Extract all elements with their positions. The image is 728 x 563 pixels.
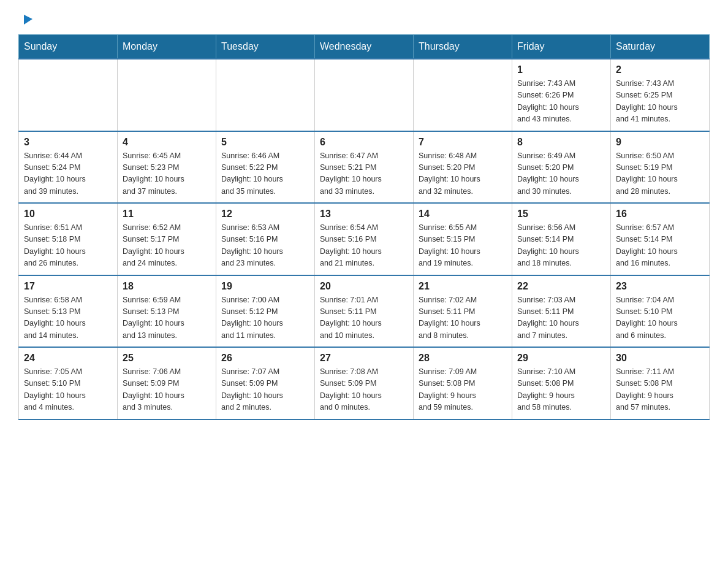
page-header [18, 12, 710, 28]
day-number: 5 [221, 137, 309, 148]
calendar-day-cell: 2Sunrise: 7:43 AM Sunset: 6:25 PM Daylig… [611, 59, 710, 131]
day-info: Sunrise: 6:56 AM Sunset: 5:14 PM Dayligh… [517, 222, 605, 270]
day-info: Sunrise: 7:43 AM Sunset: 6:26 PM Dayligh… [517, 78, 605, 126]
day-number: 17 [24, 281, 112, 292]
day-number: 9 [616, 137, 704, 148]
calendar-week-row: 10Sunrise: 6:51 AM Sunset: 5:18 PM Dayli… [19, 203, 710, 275]
calendar-day-cell: 13Sunrise: 6:54 AM Sunset: 5:16 PM Dayli… [315, 203, 414, 275]
day-number: 4 [123, 137, 211, 148]
day-info: Sunrise: 7:06 AM Sunset: 5:09 PM Dayligh… [123, 366, 211, 414]
calendar-week-row: 24Sunrise: 7:05 AM Sunset: 5:10 PM Dayli… [19, 347, 710, 419]
calendar-day-cell: 24Sunrise: 7:05 AM Sunset: 5:10 PM Dayli… [19, 347, 118, 419]
day-number: 27 [320, 353, 408, 364]
day-number: 10 [24, 209, 112, 220]
day-info: Sunrise: 7:01 AM Sunset: 5:11 PM Dayligh… [320, 294, 408, 342]
calendar-day-cell: 28Sunrise: 7:09 AM Sunset: 5:08 PM Dayli… [414, 347, 512, 419]
day-info: Sunrise: 6:57 AM Sunset: 5:14 PM Dayligh… [616, 222, 704, 270]
calendar-day-cell: 4Sunrise: 6:45 AM Sunset: 5:23 PM Daylig… [118, 131, 216, 204]
day-number: 20 [320, 281, 408, 292]
day-info: Sunrise: 6:59 AM Sunset: 5:13 PM Dayligh… [123, 294, 211, 342]
weekday-header-sunday: Sunday [19, 35, 118, 59]
calendar-day-cell: 5Sunrise: 6:46 AM Sunset: 5:22 PM Daylig… [216, 131, 315, 204]
day-info: Sunrise: 7:07 AM Sunset: 5:09 PM Dayligh… [221, 366, 309, 414]
calendar-day-cell: 18Sunrise: 6:59 AM Sunset: 5:13 PM Dayli… [118, 275, 216, 348]
day-info: Sunrise: 7:00 AM Sunset: 5:12 PM Dayligh… [221, 294, 309, 342]
calendar-day-cell [216, 59, 315, 131]
weekday-header-thursday: Thursday [414, 35, 512, 59]
calendar-week-row: 1Sunrise: 7:43 AM Sunset: 6:26 PM Daylig… [19, 59, 710, 131]
day-info: Sunrise: 7:05 AM Sunset: 5:10 PM Dayligh… [24, 366, 112, 414]
day-info: Sunrise: 7:10 AM Sunset: 5:08 PM Dayligh… [517, 366, 605, 414]
svg-marker-0 [24, 15, 32, 25]
calendar-day-cell: 12Sunrise: 6:53 AM Sunset: 5:16 PM Dayli… [216, 203, 315, 275]
day-info: Sunrise: 7:02 AM Sunset: 5:11 PM Dayligh… [419, 294, 507, 342]
calendar-day-cell: 25Sunrise: 7:06 AM Sunset: 5:09 PM Dayli… [118, 347, 216, 419]
calendar-day-cell [315, 59, 414, 131]
calendar-day-cell: 10Sunrise: 6:51 AM Sunset: 5:18 PM Dayli… [19, 203, 118, 275]
day-number: 6 [320, 137, 408, 148]
calendar-day-cell [19, 59, 118, 131]
calendar-day-cell: 21Sunrise: 7:02 AM Sunset: 5:11 PM Dayli… [414, 275, 512, 348]
day-number: 23 [616, 281, 704, 292]
day-info: Sunrise: 6:54 AM Sunset: 5:16 PM Dayligh… [320, 222, 408, 270]
day-number: 3 [24, 137, 112, 148]
day-number: 7 [419, 137, 507, 148]
calendar-day-cell: 14Sunrise: 6:55 AM Sunset: 5:15 PM Dayli… [414, 203, 512, 275]
day-info: Sunrise: 7:09 AM Sunset: 5:08 PM Dayligh… [419, 366, 507, 414]
weekday-header-monday: Monday [118, 35, 216, 59]
day-info: Sunrise: 7:04 AM Sunset: 5:10 PM Dayligh… [616, 294, 704, 342]
day-info: Sunrise: 6:52 AM Sunset: 5:17 PM Dayligh… [123, 222, 211, 270]
calendar-day-cell: 26Sunrise: 7:07 AM Sunset: 5:09 PM Dayli… [216, 347, 315, 419]
day-number: 12 [221, 209, 309, 220]
day-info: Sunrise: 7:08 AM Sunset: 5:09 PM Dayligh… [320, 366, 408, 414]
day-number: 14 [419, 209, 507, 220]
calendar-day-cell [414, 59, 512, 131]
day-number: 22 [517, 281, 605, 292]
day-info: Sunrise: 7:03 AM Sunset: 5:11 PM Dayligh… [517, 294, 605, 342]
day-number: 25 [123, 353, 211, 364]
calendar-day-cell: 30Sunrise: 7:11 AM Sunset: 5:08 PM Dayli… [611, 347, 710, 419]
day-number: 21 [419, 281, 507, 292]
day-info: Sunrise: 6:58 AM Sunset: 5:13 PM Dayligh… [24, 294, 112, 342]
calendar-day-cell: 27Sunrise: 7:08 AM Sunset: 5:09 PM Dayli… [315, 347, 414, 419]
weekday-header-wednesday: Wednesday [315, 35, 414, 59]
weekday-header-tuesday: Tuesday [216, 35, 315, 59]
day-number: 19 [221, 281, 309, 292]
day-info: Sunrise: 7:43 AM Sunset: 6:25 PM Dayligh… [616, 78, 704, 126]
day-info: Sunrise: 7:11 AM Sunset: 5:08 PM Dayligh… [616, 366, 704, 414]
logo-arrow-icon [20, 12, 34, 28]
calendar-day-cell: 19Sunrise: 7:00 AM Sunset: 5:12 PM Dayli… [216, 275, 315, 348]
calendar-day-cell: 23Sunrise: 7:04 AM Sunset: 5:10 PM Dayli… [611, 275, 710, 348]
day-number: 2 [616, 64, 704, 75]
day-info: Sunrise: 6:55 AM Sunset: 5:15 PM Dayligh… [419, 222, 507, 270]
weekday-header-saturday: Saturday [611, 35, 710, 59]
day-number: 18 [123, 281, 211, 292]
day-number: 26 [221, 353, 309, 364]
calendar-day-cell: 6Sunrise: 6:47 AM Sunset: 5:21 PM Daylig… [315, 131, 414, 204]
calendar-day-cell: 20Sunrise: 7:01 AM Sunset: 5:11 PM Dayli… [315, 275, 414, 348]
day-info: Sunrise: 6:46 AM Sunset: 5:22 PM Dayligh… [221, 150, 309, 198]
day-info: Sunrise: 6:50 AM Sunset: 5:19 PM Dayligh… [616, 150, 704, 198]
calendar-day-cell: 15Sunrise: 6:56 AM Sunset: 5:14 PM Dayli… [512, 203, 611, 275]
calendar-week-row: 3Sunrise: 6:44 AM Sunset: 5:24 PM Daylig… [19, 131, 710, 204]
day-number: 11 [123, 209, 211, 220]
calendar-day-cell: 17Sunrise: 6:58 AM Sunset: 5:13 PM Dayli… [19, 275, 118, 348]
day-number: 16 [616, 209, 704, 220]
day-info: Sunrise: 6:45 AM Sunset: 5:23 PM Dayligh… [123, 150, 211, 198]
calendar-day-cell: 16Sunrise: 6:57 AM Sunset: 5:14 PM Dayli… [611, 203, 710, 275]
day-number: 15 [517, 209, 605, 220]
calendar-day-cell: 7Sunrise: 6:48 AM Sunset: 5:20 PM Daylig… [414, 131, 512, 204]
day-info: Sunrise: 6:47 AM Sunset: 5:21 PM Dayligh… [320, 150, 408, 198]
day-number: 30 [616, 353, 704, 364]
day-info: Sunrise: 6:48 AM Sunset: 5:20 PM Dayligh… [419, 150, 507, 198]
day-number: 29 [517, 353, 605, 364]
calendar-day-cell: 8Sunrise: 6:49 AM Sunset: 5:20 PM Daylig… [512, 131, 611, 204]
calendar-day-cell: 3Sunrise: 6:44 AM Sunset: 5:24 PM Daylig… [19, 131, 118, 204]
weekday-header-row: SundayMondayTuesdayWednesdayThursdayFrid… [19, 35, 710, 59]
calendar-day-cell: 1Sunrise: 7:43 AM Sunset: 6:26 PM Daylig… [512, 59, 611, 131]
calendar-week-row: 17Sunrise: 6:58 AM Sunset: 5:13 PM Dayli… [19, 275, 710, 348]
day-info: Sunrise: 6:44 AM Sunset: 5:24 PM Dayligh… [24, 150, 112, 198]
day-number: 1 [517, 64, 605, 75]
day-number: 8 [517, 137, 605, 148]
calendar-day-cell: 11Sunrise: 6:52 AM Sunset: 5:17 PM Dayli… [118, 203, 216, 275]
